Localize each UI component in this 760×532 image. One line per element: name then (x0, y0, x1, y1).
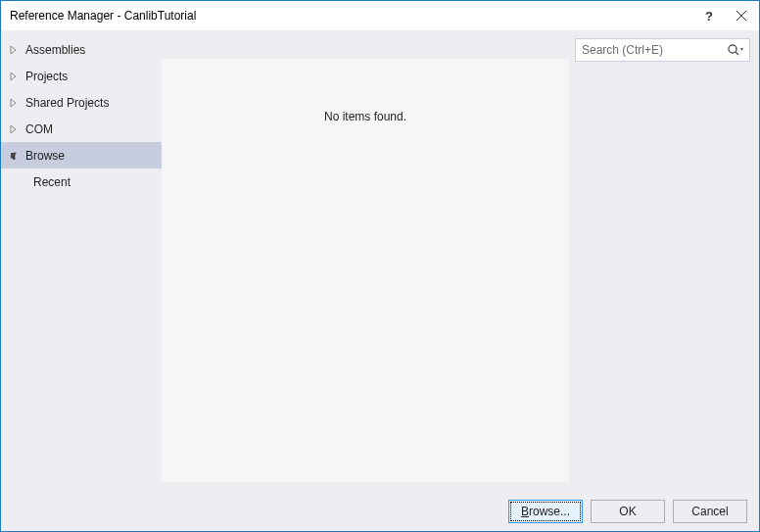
cancel-button[interactable]: Cancel (673, 500, 747, 523)
chevron-right-icon (8, 44, 20, 56)
dialog-footer: Browse... OK Cancel (1, 492, 759, 531)
sidebar-item-label: Assemblies (25, 43, 85, 57)
empty-message: No items found. (324, 110, 406, 123)
sidebar-subitem-label: Recent (33, 175, 71, 189)
search-icon (727, 43, 744, 57)
sidebar: Assemblies Projects Shared Projects COM … (1, 30, 162, 492)
sidebar-item-label: COM (25, 122, 53, 136)
sidebar-item-projects[interactable]: Projects (1, 63, 162, 89)
ok-button[interactable]: OK (591, 500, 665, 523)
sidebar-subitem-recent[interactable]: Recent (1, 169, 162, 195)
chevron-right-icon (8, 97, 20, 109)
sidebar-item-assemblies[interactable]: Assemblies (1, 36, 162, 63)
sidebar-item-label: Projects (25, 70, 68, 83)
search-button[interactable] (725, 41, 746, 59)
sidebar-item-browse[interactable]: Browse (1, 142, 162, 169)
svg-line-3 (736, 52, 738, 55)
close-button[interactable] (724, 2, 759, 29)
close-icon (736, 11, 746, 21)
title-bar: Reference Manager - CanlibTutorial ? (1, 1, 759, 30)
browse-button[interactable]: Browse... (508, 500, 583, 523)
chevron-down-icon (8, 150, 20, 162)
sidebar-item-label: Browse (25, 149, 65, 163)
chevron-right-icon (8, 71, 20, 82)
window-title: Reference Manager - CanlibTutorial (10, 9, 694, 23)
sidebar-item-label: Shared Projects (25, 96, 109, 110)
chevron-right-icon (8, 123, 20, 135)
content-pane: No items found. (162, 59, 569, 482)
svg-point-2 (729, 45, 736, 53)
help-button[interactable]: ? (694, 2, 724, 29)
sidebar-item-com[interactable]: COM (1, 116, 162, 142)
sidebar-item-shared-projects[interactable]: Shared Projects (1, 89, 162, 116)
